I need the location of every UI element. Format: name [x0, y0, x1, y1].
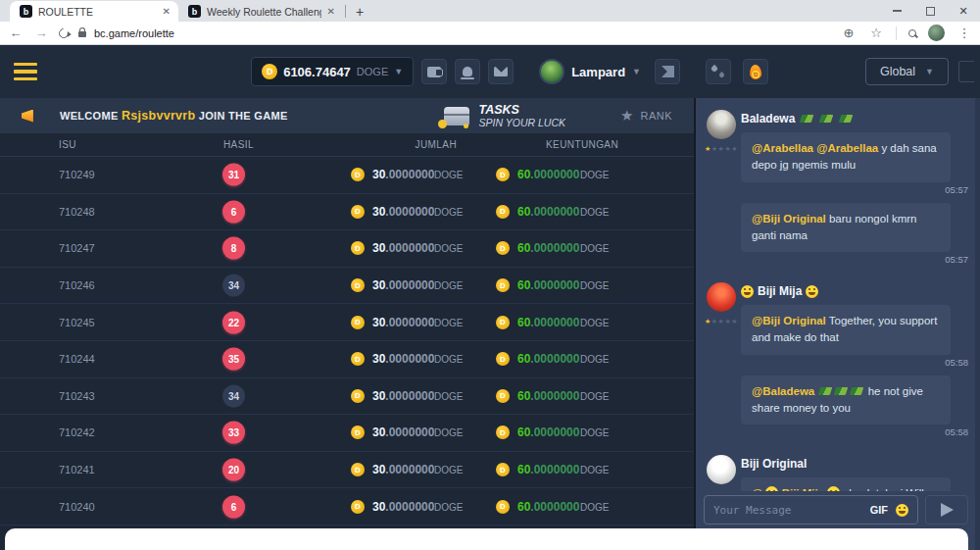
- coin-drop-button[interactable]: [743, 59, 768, 84]
- profit-amount: 60.0000000: [517, 316, 579, 329]
- bcgame-app: D 6106.74647 DOGE ▼ Lampard ▼ Global ▼: [0, 45, 980, 550]
- table-row[interactable]: 710245 22 D 30.0000000 DOGE D 60.0000000…: [0, 304, 694, 341]
- bell-icon: [463, 67, 472, 76]
- rain-button[interactable]: [706, 59, 731, 84]
- emoji-picker-icon[interactable]: [896, 504, 908, 517]
- table-row[interactable]: 710242 33 D 30.0000000 DOGE D 60.0000000…: [0, 415, 694, 452]
- green-flag-emoji: [818, 387, 833, 395]
- green-flag-emoji: [819, 115, 834, 123]
- bet-currency: DOGE: [434, 390, 463, 401]
- doge-coin-icon: D: [351, 316, 365, 329]
- edge-panel-button[interactable]: [958, 61, 974, 82]
- user-mention[interactable]: @Biji Original: [752, 213, 826, 225]
- messages-button[interactable]: [488, 59, 514, 84]
- search-icon[interactable]: [908, 29, 916, 37]
- bookmark-star-icon[interactable]: ☆: [868, 25, 884, 40]
- chat-input-box[interactable]: GIF: [704, 495, 918, 525]
- doge-coin-icon: D: [496, 389, 510, 403]
- green-flag-emoji: [850, 387, 864, 395]
- round-id: 710249: [59, 169, 95, 180]
- chat-avatar[interactable]: [707, 282, 736, 312]
- chevron-down-icon: ▼: [394, 67, 403, 76]
- grin-emoji: [741, 285, 754, 298]
- column-header-isu: ISU: [59, 139, 76, 150]
- user-mention[interactable]: @Arabellaa: [752, 142, 813, 154]
- table-row[interactable]: 710246 34 D 30.0000000 DOGE D 60.0000000…: [0, 268, 694, 305]
- user-menu[interactable]: Lampard ▼: [539, 59, 641, 84]
- tasks-widget[interactable]: TASKS SPIN YOUR LUCK: [444, 103, 565, 128]
- chat-message-group: ★★★★★Baladewa @Arabellaa @Arabellaa y da…: [702, 110, 970, 273]
- user-mention[interactable]: @Biji Original: [752, 315, 826, 326]
- window-maximize-button[interactable]: [913, 0, 947, 22]
- table-row[interactable]: 710249 31 D 30.0000000 DOGE D 60.0000000…: [0, 157, 694, 194]
- main-panel: WELCOME Rsjsbvvrvrb JOIN THE GAME TASKS …: [0, 98, 694, 550]
- wallet-button[interactable]: [421, 59, 447, 84]
- window-close-button[interactable]: ✕: [947, 0, 980, 22]
- chat-user-name[interactable]: Baladewa: [741, 112, 970, 125]
- user-mention[interactable]: @Arabellaa: [816, 142, 878, 154]
- user-mention[interactable]: Biji Mija: [782, 487, 824, 491]
- message-timestamp: 05:58: [741, 357, 968, 368]
- result-badge: 22: [222, 311, 245, 333]
- doge-coin-icon: D: [351, 389, 365, 403]
- table-row[interactable]: 710240 6 D 30.0000000 DOGE D 60.0000000 …: [0, 488, 694, 525]
- forward-icon[interactable]: →: [33, 25, 49, 40]
- zoom-page-icon[interactable]: ⊕: [841, 25, 857, 40]
- toolbar-divider: [896, 26, 897, 40]
- tab-roulette[interactable]: b ROULETTE ✕: [10, 1, 178, 22]
- browser-profile-avatar[interactable]: [928, 25, 945, 41]
- rank-label: RANK: [640, 110, 672, 122]
- chat-panel: ★★★★★Baladewa @Arabellaa @Arabellaa y da…: [694, 98, 980, 550]
- window-minimize-button[interactable]: [880, 0, 913, 22]
- profit-amount: 60.0000000: [517, 241, 579, 255]
- chat-toggle-button[interactable]: [655, 59, 680, 84]
- new-tab-button[interactable]: +: [356, 4, 364, 20]
- profit-amount: 60.0000000: [517, 205, 579, 219]
- back-icon[interactable]: ←: [8, 25, 24, 40]
- round-id: 710240: [59, 501, 95, 513]
- tab-close-icon[interactable]: ✕: [163, 6, 171, 17]
- reload-icon[interactable]: [57, 25, 71, 39]
- chat-user-name[interactable]: Biji Mija: [741, 284, 970, 298]
- user-rating-stars: ★★★★★: [705, 318, 738, 325]
- tab-close-icon[interactable]: ✕: [327, 6, 335, 17]
- profit-amount: 60.0000000: [517, 463, 579, 476]
- url-field[interactable]: bc.game/roulette: [78, 27, 831, 39]
- doge-coin-icon: D: [496, 425, 510, 439]
- column-header-hasil: HASIL: [223, 139, 254, 150]
- table-row[interactable]: 710243 34 D 30.0000000 DOGE D 60.0000000…: [0, 378, 694, 416]
- chat-avatar[interactable]: [707, 110, 736, 139]
- hamburger-menu-icon[interactable]: [14, 63, 37, 81]
- balance-selector[interactable]: D 6106.74647 DOGE ▼: [251, 57, 414, 86]
- user-rating-stars: ★★★★★: [705, 145, 738, 153]
- bet-currency: DOGE: [434, 465, 463, 475]
- round-id: 710245: [59, 317, 95, 328]
- send-message-button[interactable]: [925, 495, 968, 525]
- bet-currency: DOGE: [434, 206, 463, 217]
- user-mention[interactable]: @Baladewa: [752, 385, 814, 397]
- notifications-button[interactable]: [455, 59, 480, 84]
- chat-message-list[interactable]: ★★★★★Baladewa @Arabellaa @Arabellaa y da…: [696, 98, 980, 491]
- mail-icon: [494, 67, 508, 76]
- user-mention[interactable]: @: [752, 487, 762, 491]
- tab-weekly-challenge[interactable]: b Weekly Roulette Challenge - Wi ✕: [178, 1, 343, 22]
- bet-currency: DOGE: [434, 317, 463, 327]
- chat-user-name[interactable]: Biji Original: [741, 457, 970, 471]
- rank-widget[interactable]: ★ RANK: [620, 107, 672, 125]
- result-badge: 31: [222, 164, 245, 186]
- doge-coin-icon: D: [351, 278, 365, 292]
- doge-coin-icon: D: [496, 352, 510, 366]
- chat-avatar[interactable]: [707, 455, 736, 484]
- chat-input[interactable]: [713, 504, 862, 517]
- gif-button[interactable]: GIF: [870, 504, 888, 516]
- chat-room-select[interactable]: Global ▼: [865, 58, 949, 85]
- chat-username: Baladewa: [741, 112, 795, 125]
- table-row[interactable]: 710248 6 D 30.0000000 DOGE D 60.0000000 …: [0, 194, 694, 231]
- table-row[interactable]: 710241 20 D 30.0000000 DOGE D 60.0000000…: [0, 452, 694, 489]
- table-row[interactable]: 710247 8 D 30.0000000 DOGE D 60.0000000 …: [0, 230, 694, 268]
- chat-bubble: @Baladewa he not give share money to you: [741, 375, 951, 425]
- browser-menu-icon[interactable]: ⋮: [956, 25, 972, 40]
- table-row[interactable]: 710244 35 D 30.0000000 DOGE D 60.0000000…: [0, 341, 694, 378]
- round-id: 710246: [59, 279, 95, 291]
- doge-coin-icon: D: [351, 463, 365, 476]
